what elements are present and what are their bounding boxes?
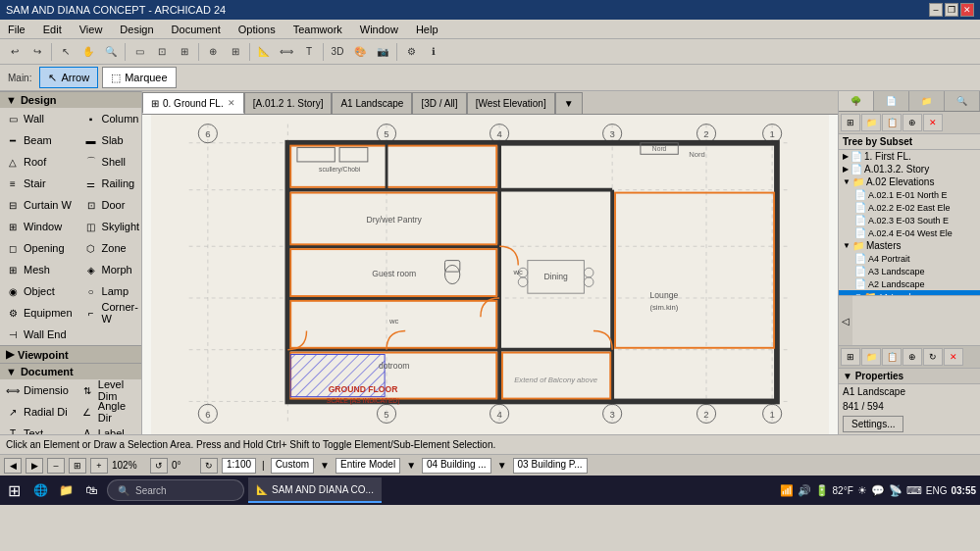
taskbar-search[interactable]: 🔍 Search <box>107 479 244 501</box>
level-dim-tool[interactable]: ⇅Level Dim <box>75 379 142 401</box>
right-tb-add[interactable]: ⊕ <box>903 114 922 131</box>
nav-zoom-in[interactable]: + <box>90 458 108 474</box>
render-btn[interactable]: 🎨 <box>349 41 371 63</box>
floor-plan[interactable]: 6 5 4 3 2 1 6 5 4 3 <box>142 115 838 434</box>
right-tab-tree[interactable]: 🌳 <box>839 91 874 111</box>
tab-close-0[interactable]: ✕ <box>228 98 235 108</box>
collapse-arrow[interactable]: ◁ <box>839 296 852 345</box>
zone-tool[interactable]: ⬡Zone <box>78 237 142 259</box>
door-btn[interactable]: ⊡ <box>151 41 173 63</box>
grid-btn[interactable]: ⊞ <box>225 41 246 63</box>
right-tab-doc[interactable]: 📄 <box>874 91 909 111</box>
angle-dim-tool[interactable]: ∠Angle Dir <box>75 401 142 423</box>
menu-file[interactable]: File <box>4 22 29 37</box>
tab-west-elevation[interactable]: [West Elevation] <box>467 92 555 114</box>
lamp-tool[interactable]: ○Lamp <box>78 280 142 302</box>
window-tool[interactable]: ⊞Window <box>0 216 78 237</box>
taskbar-icon-store[interactable]: 🛍 <box>79 478 103 502</box>
lang-icon[interactable]: ⌨ <box>906 484 922 497</box>
opening-tool[interactable]: ◻Opening <box>0 237 78 259</box>
tab-3d[interactable]: [3D / All] <box>412 92 466 114</box>
network-icon[interactable]: 📡 <box>889 484 903 497</box>
curtain-wall-tool[interactable]: ⊟Curtain W <box>0 194 78 216</box>
window-btn[interactable]: ⊞ <box>174 41 195 63</box>
object-tool[interactable]: ◉Object <box>0 280 78 302</box>
dimension-tool[interactable]: ⟺Dimensio <box>0 379 75 401</box>
label-tool[interactable]: ALabel <box>75 423 142 434</box>
door-tool[interactable]: ⊡Door <box>78 194 142 216</box>
right-bot-btn-5[interactable]: ↻ <box>923 348 943 366</box>
tab-add[interactable]: ▼ <box>555 92 583 114</box>
volume-icon[interactable]: 🔊 <box>798 484 811 497</box>
marquee-tool-button[interactable]: ⬚ Marquee <box>102 67 176 88</box>
chat-icon[interactable]: 💬 <box>871 484 885 497</box>
right-tb-open[interactable]: 📁 <box>861 114 881 131</box>
menu-help[interactable]: Help <box>412 22 442 37</box>
mesh-tool[interactable]: ⊞Mesh <box>0 259 78 280</box>
arrow-tool-button[interactable]: ↖ Arrow <box>39 67 98 88</box>
tab-ground-fl[interactable]: ⊞ 0. Ground FL. ✕ <box>142 92 244 114</box>
slab-tool[interactable]: ▬Slab <box>78 129 142 151</box>
morph-tool[interactable]: ◈Morph <box>78 259 142 280</box>
taskbar-icon-browser[interactable]: 🌐 <box>28 478 52 502</box>
viewpoint-section-header[interactable]: ▶ Viewpoint <box>0 345 141 363</box>
settings-btn[interactable]: ⚙ <box>400 41 422 63</box>
design-section-header[interactable]: ▼ Design <box>0 91 141 108</box>
tree-item-a2-landscape[interactable]: 📄 A2 Landscape <box>839 277 980 290</box>
wifi-icon[interactable]: 📶 <box>780 484 794 497</box>
redo-button[interactable]: ↪ <box>26 41 48 63</box>
undo-button[interactable]: ↩ <box>4 41 26 63</box>
beam-tool[interactable]: ━Beam <box>0 129 78 151</box>
skylight-tool[interactable]: ◫Skylight <box>78 216 142 237</box>
battery-icon[interactable]: 🔋 <box>815 484 829 497</box>
right-tb-close[interactable]: ✕ <box>923 114 943 131</box>
info-btn[interactable]: ℹ <box>423 41 444 63</box>
tree-item-story[interactable]: ▶ 📄 A.01.3.2. Story <box>839 163 980 175</box>
scale-dropdown[interactable]: 1:100 <box>222 458 256 474</box>
right-bot-btn-2[interactable]: 📁 <box>861 348 881 366</box>
right-bot-btn-1[interactable]: ⊞ <box>841 348 860 366</box>
tab-a1-landscape[interactable]: A1 Landscape <box>332 92 412 114</box>
tree-item-west-ele[interactable]: 📄 A.02.4 E-04 West Ele <box>839 226 980 239</box>
3d-btn[interactable]: 3D <box>327 41 348 63</box>
right-panel-collapse[interactable]: ◁ <box>839 295 980 345</box>
text-btn[interactable]: T <box>298 41 320 63</box>
railing-tool[interactable]: ⚌Railing <box>78 173 142 194</box>
roof-tool[interactable]: △Roof <box>0 151 78 173</box>
tree-item-masters[interactable]: ▼ 📁 Masters <box>839 239 980 252</box>
nav-rotate-right[interactable]: ↻ <box>200 458 218 474</box>
snap-btn[interactable]: ⊕ <box>202 41 224 63</box>
taskbar-icon-folder[interactable]: 📁 <box>54 478 77 502</box>
measure-btn[interactable]: 📐 <box>253 41 275 63</box>
corner-wall-tool[interactable]: ⌐Corner-W <box>78 302 142 324</box>
right-tb-copy[interactable]: 📋 <box>882 114 902 131</box>
tree-item-a4-portrait[interactable]: 📄 A4 Portrait <box>839 252 980 265</box>
nav-prev[interactable]: ◀ <box>4 458 22 474</box>
dimension-btn[interactable]: ⟺ <box>276 41 297 63</box>
tree-item-a3-landscape[interactable]: 📄 A3 Landscape <box>839 265 980 277</box>
right-bot-btn-close[interactable]: ✕ <box>944 348 963 366</box>
close-button[interactable]: ✕ <box>960 3 974 17</box>
right-tab-search[interactable]: 🔍 <box>945 91 980 111</box>
wall-tool[interactable]: ▭Wall <box>0 108 78 129</box>
menu-view[interactable]: View <box>76 22 107 37</box>
zoom-tool[interactable]: 🔍 <box>100 41 122 63</box>
tree-item-first-fl[interactable]: ▶ 📄 1. First FL. <box>839 150 980 163</box>
equipment-tool[interactable]: ⚙Equipmen <box>0 302 78 324</box>
menu-edit[interactable]: Edit <box>39 22 66 37</box>
radial-dim-tool[interactable]: ↗Radial Di <box>0 401 75 423</box>
nav-zoom-out[interactable]: – <box>47 458 65 474</box>
model-dropdown[interactable]: Custom <box>271 458 314 474</box>
right-tb-new[interactable]: ⊞ <box>841 114 860 131</box>
text-tool[interactable]: TText <box>0 423 75 434</box>
maximize-button[interactable]: ❐ <box>945 3 958 17</box>
hand-tool[interactable]: ✋ <box>77 41 99 63</box>
wall-btn[interactable]: ▭ <box>129 41 150 63</box>
menu-teamwork[interactable]: Teamwork <box>289 22 346 37</box>
tree-item-north-e[interactable]: 📄 A.02.1 E-01 North E <box>839 188 980 201</box>
minimize-button[interactable]: – <box>929 3 943 17</box>
right-bot-btn-3[interactable]: 📋 <box>882 348 902 366</box>
nav-fit[interactable]: ⊞ <box>69 458 86 474</box>
nav-rotate-left[interactable]: ↺ <box>150 458 168 474</box>
tree-item-elevations[interactable]: ▼ 📁 A.02 Elevations <box>839 175 980 188</box>
